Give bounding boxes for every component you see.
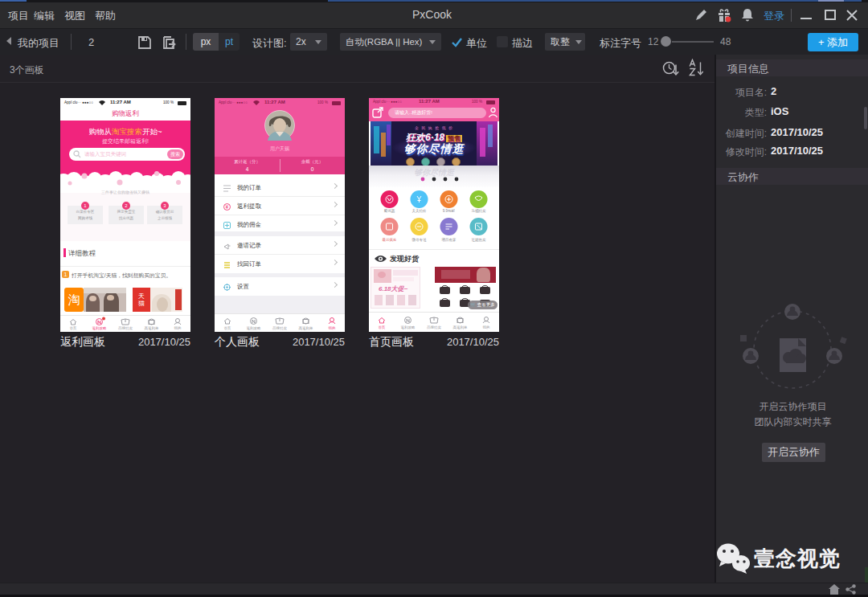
- svg-text:返利攻略: 返利攻略: [92, 326, 108, 330]
- svg-text:我的: 我的: [329, 325, 336, 330]
- svg-text:品牌特卖: 品牌特卖: [427, 325, 442, 330]
- svg-text:潮品有家: 潮品有家: [442, 237, 457, 243]
- svg-text:¥: ¥: [225, 204, 228, 210]
- svg-text:返利攻略: 返利攻略: [401, 325, 416, 329]
- svg-text:天天特价: 天天特价: [412, 209, 428, 214]
- svg-text:高返利单: 高返利单: [453, 325, 469, 329]
- svg-text:首页: 首页: [379, 325, 387, 329]
- svg-text:品牌特卖: 品牌特卖: [118, 326, 133, 331]
- svg-text:9.9包邮: 9.9包邮: [443, 209, 456, 213]
- svg-text:高返利单: 高返利单: [145, 326, 160, 330]
- svg-text:首页: 首页: [224, 325, 232, 330]
- svg-text:我的: 我的: [483, 325, 490, 329]
- svg-text:高返利单: 高返利单: [299, 326, 314, 330]
- svg-text:首页: 首页: [70, 325, 78, 330]
- svg-text:我的: 我的: [174, 325, 182, 330]
- svg-text:微信专送: 微信专送: [412, 237, 428, 242]
- svg-text:返利攻略: 返利攻略: [247, 326, 262, 330]
- svg-text:马桶特卖: 马桶特卖: [472, 208, 487, 214]
- svg-text:最后疯抢: 最后疯抢: [383, 238, 398, 242]
- svg-text:品牌特卖: 品牌特卖: [272, 326, 288, 331]
- svg-text:近期热卖: 近期热卖: [472, 238, 487, 242]
- svg-text:聚优惠: 聚优惠: [384, 209, 395, 213]
